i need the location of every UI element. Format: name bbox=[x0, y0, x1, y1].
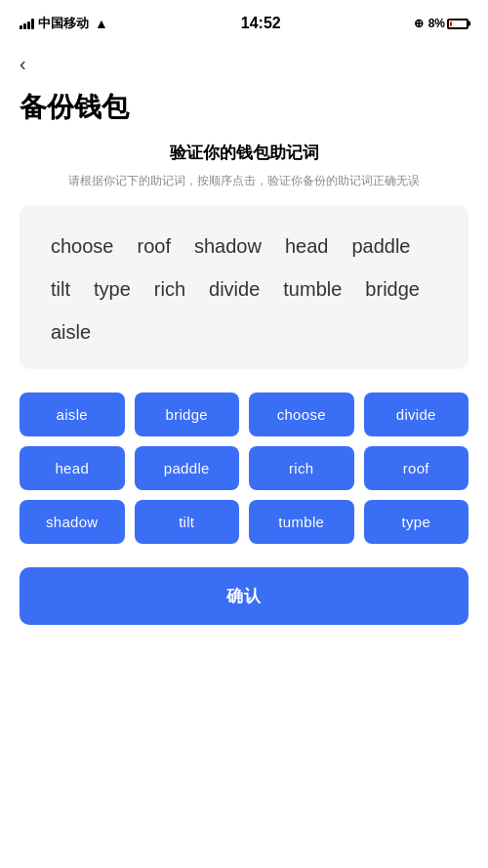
confirm-button[interactable]: 确认 bbox=[20, 567, 468, 625]
battery-container: 8% bbox=[428, 17, 468, 30]
section-title: 验证你的钱包助记词 bbox=[0, 142, 488, 172]
battery-icon bbox=[447, 19, 468, 29]
word-buttons-grid: aislebridgechoosedivideheadpaddlerichroo… bbox=[20, 393, 468, 544]
display-word: rich bbox=[142, 268, 197, 310]
display-word: aisle bbox=[39, 310, 102, 353]
wifi-icon: ▲ bbox=[95, 16, 108, 31]
display-word: shadow bbox=[183, 225, 273, 268]
time-label: 14:52 bbox=[241, 15, 281, 32]
word-button[interactable]: tilt bbox=[135, 500, 240, 544]
word-button[interactable]: bridge bbox=[135, 393, 240, 436]
word-button[interactable]: head bbox=[20, 446, 125, 490]
status-right: ⊕ 8% bbox=[414, 17, 468, 30]
word-button[interactable]: rich bbox=[249, 446, 354, 490]
display-word: divide bbox=[197, 268, 271, 310]
status-bar: 中国移动 ▲ 14:52 ⊕ 8% bbox=[0, 0, 488, 43]
battery-percent: 8% bbox=[428, 17, 445, 30]
display-word: bridge bbox=[353, 268, 431, 310]
word-button[interactable]: aisle bbox=[20, 393, 125, 436]
word-display-area: chooseroofshadowheadpaddletilttyperichdi… bbox=[20, 205, 468, 369]
word-display-grid: chooseroofshadowheadpaddletilttyperichdi… bbox=[39, 225, 449, 353]
word-button[interactable]: tumble bbox=[249, 500, 354, 544]
word-button[interactable]: choose bbox=[249, 393, 354, 436]
satellite-icon: ⊕ bbox=[414, 17, 424, 30]
display-word: type bbox=[82, 268, 142, 310]
display-word: choose bbox=[39, 225, 126, 268]
confirm-area: 确认 bbox=[20, 567, 468, 625]
status-left: 中国移动 ▲ bbox=[20, 15, 108, 32]
carrier-label: 中国移动 bbox=[38, 15, 89, 32]
word-button[interactable]: divide bbox=[364, 393, 469, 436]
battery-fill bbox=[450, 21, 452, 26]
word-buttons-area: aislebridgechoosedivideheadpaddlerichroo… bbox=[20, 393, 468, 544]
display-word: paddle bbox=[340, 225, 422, 268]
display-word: head bbox=[273, 225, 341, 268]
back-button[interactable]: ‹ bbox=[0, 43, 488, 81]
display-word: tilt bbox=[39, 268, 82, 310]
display-word: roof bbox=[126, 225, 183, 268]
display-word: tumble bbox=[271, 268, 353, 310]
section-desc: 请根据你记下的助记词，按顺序点击，验证你备份的助记词正确无误 bbox=[0, 172, 488, 205]
word-button[interactable]: roof bbox=[364, 446, 469, 490]
word-button[interactable]: shadow bbox=[20, 500, 125, 544]
signal-icon bbox=[20, 18, 34, 29]
word-button[interactable]: type bbox=[364, 500, 469, 544]
page-title: 备份钱包 bbox=[0, 81, 488, 142]
word-button[interactable]: paddle bbox=[135, 446, 240, 490]
